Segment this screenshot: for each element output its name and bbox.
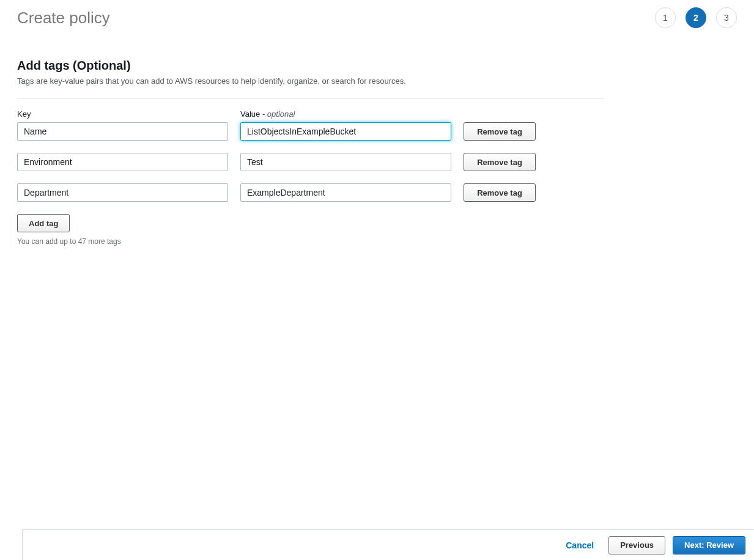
wizard-step-3[interactable]: 3 bbox=[716, 7, 737, 28]
add-tag-button[interactable]: Add tag bbox=[17, 214, 70, 232]
next-review-button[interactable]: Next: Review bbox=[673, 536, 745, 554]
column-key-label: Key bbox=[17, 109, 228, 119]
tag-key-input[interactable] bbox=[17, 122, 228, 141]
tag-value-input[interactable] bbox=[240, 153, 451, 171]
footer-action-bar: Cancel Previous Next: Review bbox=[22, 529, 754, 560]
wizard-step-2[interactable]: 2 bbox=[686, 7, 706, 28]
remove-tag-button[interactable]: Remove tag bbox=[464, 183, 536, 202]
section-description: Tags are key-value pairs that you can ad… bbox=[17, 76, 737, 86]
wizard-step-1[interactable]: 1 bbox=[655, 7, 676, 28]
section-divider bbox=[17, 98, 604, 98]
tags-header: Key Value - optional bbox=[17, 109, 604, 119]
tag-row: Remove tag bbox=[17, 122, 604, 141]
value-label-prefix: Value - bbox=[240, 109, 267, 119]
wizard-steps: 1 2 3 bbox=[655, 7, 737, 28]
tag-row: Remove tag bbox=[17, 153, 604, 171]
tag-key-input[interactable] bbox=[17, 183, 228, 202]
tag-value-input[interactable] bbox=[240, 122, 451, 141]
tag-key-input[interactable] bbox=[17, 153, 228, 171]
previous-button[interactable]: Previous bbox=[608, 536, 665, 554]
section-title: Add tags (Optional) bbox=[17, 59, 737, 73]
page-title: Create policy bbox=[17, 9, 110, 28]
tag-row: Remove tag bbox=[17, 183, 604, 202]
cancel-button[interactable]: Cancel bbox=[558, 537, 601, 554]
tags-remaining-hint: You can add up to 47 more tags bbox=[17, 237, 604, 246]
column-value-label: Value - optional bbox=[240, 109, 451, 119]
remove-tag-button[interactable]: Remove tag bbox=[464, 153, 536, 171]
tag-value-input[interactable] bbox=[240, 183, 451, 202]
remove-tag-button[interactable]: Remove tag bbox=[464, 122, 536, 141]
value-label-optional: optional bbox=[267, 109, 295, 119]
tags-grid: Key Value - optional Remove tag Remove t… bbox=[17, 109, 604, 246]
